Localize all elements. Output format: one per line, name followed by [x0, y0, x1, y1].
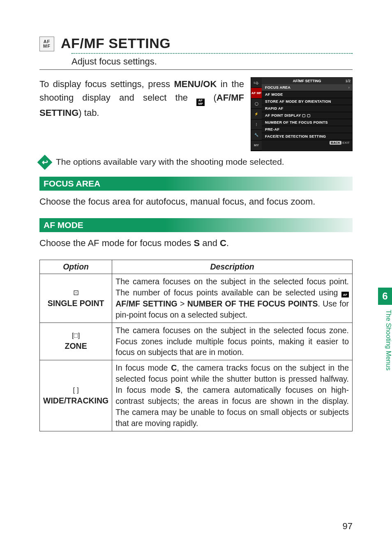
menu-ok-label: MENU/OK	[174, 79, 217, 89]
path2: NUMBER OF THE FOCUS POINTS	[187, 299, 318, 308]
note-row: ↩ The options available vary with the sh…	[39, 157, 353, 168]
page-header: AFMF AF/MF SETTING	[39, 35, 353, 51]
opt-single-point: ⊡ SINGLE POINT	[40, 274, 112, 323]
chapter-label: The Shooting Menus	[378, 305, 392, 371]
table-row: [ ] WIDE/TRACKING In focus mode C, the c…	[40, 360, 353, 431]
mode-c: C	[220, 238, 226, 248]
menu-screenshot: I.Q. AF MF ◯ ⚡ ⋮ 🔧 MY AF/MF SETTING 1/2 …	[251, 77, 353, 151]
single-point-icon: ⊡	[43, 288, 108, 297]
section-bar-focus-area: FOCUS AREA	[39, 177, 353, 191]
af-mf-icon: AFMF	[39, 37, 54, 51]
th-desc: Description	[112, 260, 353, 274]
intro-text: To display focus settings, press MENU/OK…	[39, 77, 244, 151]
menu-title-text: AF/MF SETTING	[293, 79, 321, 83]
menu-item: STORE AF MODE BY ORIENTATION	[262, 98, 352, 105]
opt-name: WIDE/TRACKING	[43, 396, 108, 405]
menu-tab: 🔧	[251, 130, 262, 140]
exit-label: EXIT	[342, 141, 350, 145]
opt-zone: [□] ZONE	[40, 323, 112, 360]
menu-tab: ◯	[251, 99, 262, 109]
menu-title: AF/MF SETTING 1/2	[262, 78, 352, 84]
section-body-focus-area: Choose the focus area for autofocus, man…	[39, 195, 353, 208]
menu-item: FACE/EYE DETECTION SETTING	[262, 133, 352, 140]
afmode-post: .	[226, 238, 229, 248]
table-row: [□] ZONE The camera focuses on the subje…	[40, 323, 353, 360]
back-badge: BACK	[330, 141, 341, 145]
menu-tab: ⚡	[251, 109, 262, 119]
section-bar-af-mode: AF MODE	[39, 218, 353, 232]
intro-row: To display focus settings, press MENU/OK…	[39, 77, 353, 151]
afmode-pre: Choose the AF mode for focus modes	[39, 238, 194, 248]
menu-item: RAPID AF	[262, 105, 352, 112]
mode-c: C	[171, 363, 177, 372]
table-row: ⊡ SINGLE POINT The camera focuses on the…	[40, 274, 353, 323]
menu-page-indicator: 1/2	[345, 79, 350, 83]
page-title: AF/MF SETTING	[61, 35, 171, 51]
menu-tab: ⋮	[251, 120, 262, 130]
table-head-row: Option Description	[40, 260, 353, 274]
mode-s: S	[194, 238, 200, 248]
opt-name: ZONE	[65, 341, 87, 350]
af-mf-inline-icon: AFMF	[196, 99, 205, 106]
menu-tab: MY	[251, 141, 262, 151]
opt-wide-tracking: [ ] WIDE/TRACKING	[40, 360, 112, 431]
menu-item: NUMBER OF THE FOCUS POINTS	[262, 119, 352, 126]
desc-part: In focus mode	[115, 363, 171, 372]
menu-item: AF MODE	[262, 91, 352, 98]
section-body-af-mode: Choose the AF mode for focus modes S and…	[39, 236, 353, 250]
dotted-rule	[71, 53, 353, 54]
note-text: The options available vary with the shoo…	[56, 157, 284, 167]
opt-name: SINGLE POINT	[48, 299, 104, 308]
desc-single-point: The camera focuses on the subject in the…	[112, 274, 353, 323]
menu-item-selected: FOCUS AREA	[262, 84, 352, 91]
zone-icon: [□]	[43, 332, 108, 340]
menu-item: AF POINT DISPLAY ▢ ▢	[262, 112, 352, 119]
menu-footer: BACKEXIT	[262, 140, 352, 145]
wide-tracking-icon: [ ]	[43, 386, 108, 394]
af-mode-table: Option Description ⊡ SINGLE POINT The ca…	[39, 260, 353, 431]
menu-tab: I.Q.	[251, 78, 262, 88]
th-option: Option	[40, 260, 112, 274]
divider	[39, 69, 353, 70]
desc-zone: The camera focuses on the subject in the…	[112, 323, 353, 360]
chapter-number: 6	[378, 288, 392, 305]
menu-tab-active: AF MF	[251, 88, 262, 98]
desc-part: The camera focuses on the subject in the…	[115, 277, 349, 297]
intro-part4: ) tab.	[78, 108, 99, 118]
desc-wide-tracking: In focus mode C, the camera tracks focus…	[112, 360, 353, 431]
gt: >	[178, 299, 187, 308]
mode-s: S	[175, 385, 180, 394]
menu-item: PRE-AF	[262, 126, 352, 133]
menu-tab-strip: I.Q. AF MF ◯ ⚡ ⋮ 🔧 MY	[251, 78, 262, 151]
path1: AF/MF SETTING	[115, 299, 177, 308]
note-icon: ↩	[37, 155, 53, 170]
af-mf-inline-icon: AF	[341, 292, 349, 297]
side-tab: 6 The Shooting Menus	[378, 288, 392, 371]
intro-part3: (	[205, 92, 217, 103]
intro-part1: To display focus settings, press	[39, 79, 174, 89]
page-subtitle: Adjust focus settings.	[71, 56, 353, 67]
menu-main: AF/MF SETTING 1/2 FOCUS AREA AF MODE STO…	[262, 78, 352, 151]
afmode-mid: and	[200, 238, 220, 248]
page-number: 97	[343, 521, 353, 532]
